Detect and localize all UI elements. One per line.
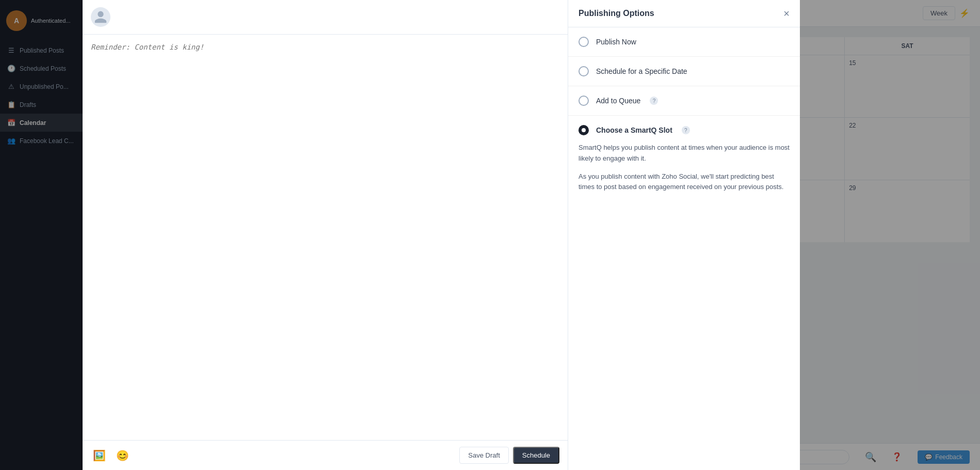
smartq-slot-label: Choose a SmartQ Slot	[596, 126, 672, 134]
composer-body[interactable]	[83, 35, 568, 440]
smartq-info-icon[interactable]: ?	[682, 126, 690, 134]
composer-actions: Save Draft Schedule	[459, 447, 559, 464]
smartq-description-1: SmartQ helps you publish content at time…	[579, 143, 790, 164]
composer-panel: 🖼️ 😊 Save Draft Schedule	[83, 0, 568, 470]
smartq-header: Choose a SmartQ Slot ?	[579, 125, 790, 135]
save-draft-button[interactable]: Save Draft	[459, 447, 508, 464]
add-to-queue-option[interactable]: Add to Queue ?	[568, 86, 800, 116]
publish-now-radio[interactable]	[579, 37, 589, 47]
publishing-options-title: Publishing Options	[579, 9, 654, 18]
add-to-queue-radio[interactable]	[579, 96, 589, 106]
close-publishing-options-button[interactable]: ×	[783, 8, 790, 19]
add-to-queue-info-icon[interactable]: ?	[650, 97, 658, 105]
publishing-options-list: Publish Now Schedule for a Specific Date…	[568, 27, 800, 470]
publish-now-label: Publish Now	[596, 38, 636, 46]
add-to-queue-label: Add to Queue	[596, 97, 640, 105]
schedule-date-label: Schedule for a Specific Date	[596, 67, 687, 75]
post-content-input[interactable]	[91, 43, 559, 432]
publish-now-option[interactable]: Publish Now	[568, 27, 800, 57]
modal-overlay: 🖼️ 😊 Save Draft Schedule Publishing Opti…	[0, 0, 980, 470]
composer-avatar	[91, 7, 110, 27]
smartq-slot-radio[interactable]	[579, 125, 589, 135]
emoji-button[interactable]: 😊	[114, 447, 131, 464]
image-upload-button[interactable]: 🖼️	[91, 447, 108, 464]
smartq-slot-option[interactable]: Choose a SmartQ Slot ? SmartQ helps you …	[568, 116, 800, 209]
publishing-options-header: Publishing Options ×	[568, 0, 800, 27]
schedule-date-radio[interactable]	[579, 66, 589, 76]
composer-footer: 🖼️ 😊 Save Draft Schedule	[83, 440, 568, 470]
composer-header	[83, 0, 568, 35]
smartq-description-2: As you publish content with Zoho Social,…	[579, 171, 790, 193]
publishing-options-panel: Publishing Options × Publish Now Schedul…	[568, 0, 800, 470]
schedule-date-option[interactable]: Schedule for a Specific Date	[568, 57, 800, 86]
schedule-button[interactable]: Schedule	[513, 447, 559, 464]
